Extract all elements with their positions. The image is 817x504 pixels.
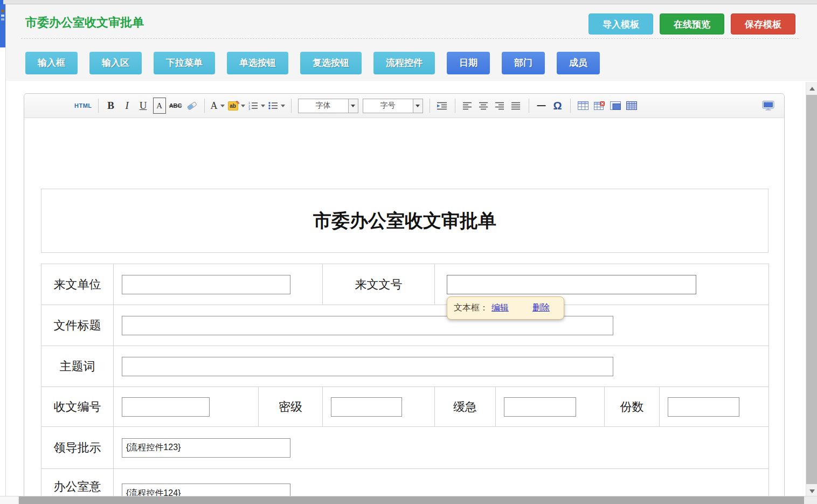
toolbar-separator xyxy=(529,99,529,113)
format-eraser-button[interactable] xyxy=(185,98,198,114)
keywords-input[interactable] xyxy=(122,357,613,376)
secrecy-input[interactable] xyxy=(331,397,402,417)
online-preview-button[interactable]: 在线预览 xyxy=(660,13,724,34)
toolbar-separator xyxy=(98,99,99,113)
label-doc-number: 来文文号 xyxy=(323,264,435,305)
table-row: 主题词 xyxy=(41,346,769,387)
widget-button-row: 输入框 输入区 下拉菜单 单选按钮 复选按钮 流程控件 日期 部门 成员 xyxy=(25,52,600,74)
save-template-button[interactable]: 保存模板 xyxy=(731,13,795,34)
add-member-button[interactable]: 成员 xyxy=(557,52,600,74)
label-secrecy: 密级 xyxy=(259,387,323,427)
import-template-button[interactable]: 导入模板 xyxy=(588,13,653,34)
toolbar-separator xyxy=(570,99,571,113)
label-doc-title: 文件标题 xyxy=(41,305,114,346)
highlight-color-button[interactable]: ab ✎ xyxy=(228,98,245,114)
insert-table-button[interactable] xyxy=(577,98,590,114)
table-row: 来文单位 来文文号 xyxy=(41,264,769,305)
left-panel-fragment xyxy=(1,15,4,17)
delete-table-button[interactable] xyxy=(593,98,606,114)
header: 市委办公室收文审批单 导入模板 在线预览 保存模板 输入框 输入区 下拉菜单 单… xyxy=(6,4,817,81)
cell-keywords xyxy=(114,346,769,387)
chevron-down-icon xyxy=(241,105,245,107)
add-dropdown-button[interactable]: 下拉菜单 xyxy=(154,52,215,74)
horizontal-rule-button[interactable]: — xyxy=(535,98,548,114)
monitor-icon xyxy=(762,101,774,111)
vertical-scrollbar-thumb[interactable] xyxy=(806,95,817,484)
font-family-value: 字体 xyxy=(299,101,348,111)
receipt-no-input[interactable] xyxy=(122,397,210,417)
scroll-down-arrow-icon[interactable] xyxy=(806,487,817,495)
align-left-icon xyxy=(463,102,472,110)
align-center-button[interactable] xyxy=(477,98,490,114)
rich-text-editor: HTML B I U A ABC A ab ✎ xyxy=(24,93,785,504)
cell-source-unit xyxy=(114,264,323,305)
table-props-button[interactable] xyxy=(625,98,638,114)
add-flow-control-button[interactable]: 流程控件 xyxy=(373,52,435,74)
tooltip-label: 文本框： xyxy=(454,302,488,314)
font-size-select[interactable]: 字号 xyxy=(363,99,423,113)
indent-button[interactable] xyxy=(436,98,449,114)
delete-link[interactable]: 删除 xyxy=(532,302,550,314)
bold-button[interactable]: B xyxy=(105,98,117,114)
ordered-list-button[interactable]: 1 2 3 xyxy=(248,98,265,114)
leader-note-input[interactable] xyxy=(122,438,290,458)
vertical-scrollbar[interactable] xyxy=(806,82,817,496)
insert-table-icon xyxy=(578,101,588,110)
font-color-button[interactable]: A xyxy=(211,98,225,114)
scrollbar-corner xyxy=(0,496,18,504)
char-border-button[interactable]: A xyxy=(153,98,166,114)
edit-link[interactable]: 编辑 xyxy=(491,302,509,314)
svg-text:3: 3 xyxy=(248,107,250,110)
underline-button[interactable]: U xyxy=(137,98,150,114)
font-size-value: 字号 xyxy=(363,101,413,111)
label-keywords: 主题词 xyxy=(41,346,114,387)
form-table: 来文单位 来文文号 文件标题 主题词 收文编号 密 xyxy=(41,264,769,504)
horizontal-scrollbar-thumb[interactable] xyxy=(19,496,804,504)
label-source-unit: 来文单位 xyxy=(41,264,114,305)
form-title-box[interactable]: 市委办公室收文审批单 xyxy=(41,189,768,253)
toolbar-separator xyxy=(455,99,455,113)
doc-number-input[interactable] xyxy=(447,275,696,294)
fullscreen-button[interactable] xyxy=(761,98,774,114)
cell-merge-button[interactable] xyxy=(609,98,622,114)
chevron-down-icon xyxy=(220,105,225,107)
align-justify-icon xyxy=(511,102,521,110)
add-radio-button[interactable]: 单选按钮 xyxy=(227,52,288,74)
strikethrough-button[interactable]: ABC xyxy=(169,98,182,114)
italic-button[interactable]: I xyxy=(121,98,134,114)
scroll-up-arrow-icon[interactable] xyxy=(806,84,817,93)
horizontal-scrollbar[interactable] xyxy=(0,496,817,504)
toolbar-separator xyxy=(430,99,430,113)
urgency-input[interactable] xyxy=(504,397,576,417)
add-date-button[interactable]: 日期 xyxy=(447,52,490,74)
label-receipt-no: 收文编号 xyxy=(41,387,114,427)
font-family-select[interactable]: 字体 xyxy=(298,99,358,113)
ordered-list-icon: 1 2 3 xyxy=(248,101,258,110)
cell-doc-title xyxy=(114,305,769,346)
add-department-button[interactable]: 部门 xyxy=(502,52,545,74)
chevron-down-icon xyxy=(348,99,358,113)
unordered-list-icon xyxy=(268,101,278,110)
align-justify-button[interactable] xyxy=(510,98,523,114)
align-left-button[interactable] xyxy=(461,98,474,114)
left-panel-edge xyxy=(0,4,5,47)
html-source-button[interactable]: HTML xyxy=(74,98,92,114)
widget-tooltip: 文本框： 编辑 删除 xyxy=(447,296,564,320)
highlight-icon: ab ✎ xyxy=(228,101,238,111)
font-color-glyph: A xyxy=(211,100,218,112)
cell-copies xyxy=(660,387,769,427)
source-unit-input[interactable] xyxy=(122,275,290,294)
chevron-down-icon xyxy=(261,105,265,107)
special-char-button[interactable]: Ω xyxy=(551,98,564,114)
add-input-box-button[interactable]: 输入框 xyxy=(25,52,78,74)
table-row: 领导批示 xyxy=(41,427,769,469)
add-textarea-button[interactable]: 输入区 xyxy=(89,52,142,74)
highlight-glyph: ab xyxy=(230,103,236,109)
align-right-button[interactable] xyxy=(494,98,507,114)
left-panel-fragment xyxy=(1,10,4,12)
align-center-icon xyxy=(479,102,488,110)
cell-merge-icon xyxy=(610,101,621,110)
copies-input[interactable] xyxy=(668,397,739,417)
add-checkbox-button[interactable]: 复选按钮 xyxy=(300,52,362,74)
unordered-list-button[interactable] xyxy=(268,98,285,114)
